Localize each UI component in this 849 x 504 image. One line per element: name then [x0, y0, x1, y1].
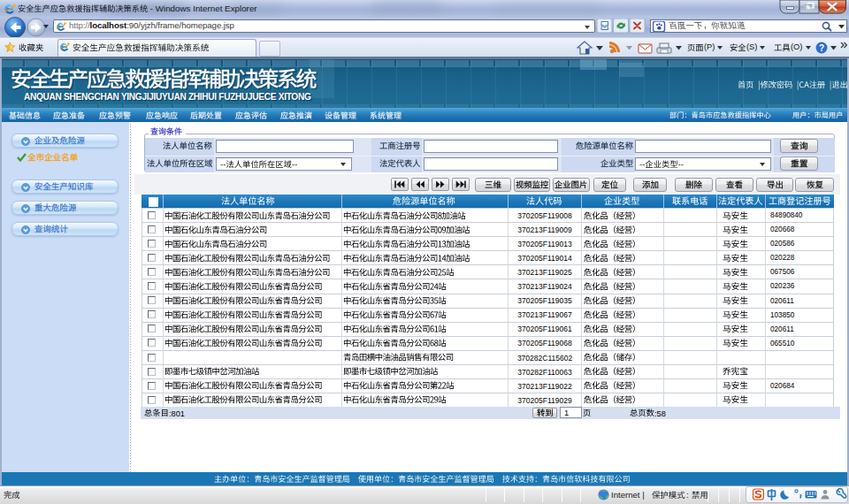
svg-text:?: ? [819, 43, 824, 53]
